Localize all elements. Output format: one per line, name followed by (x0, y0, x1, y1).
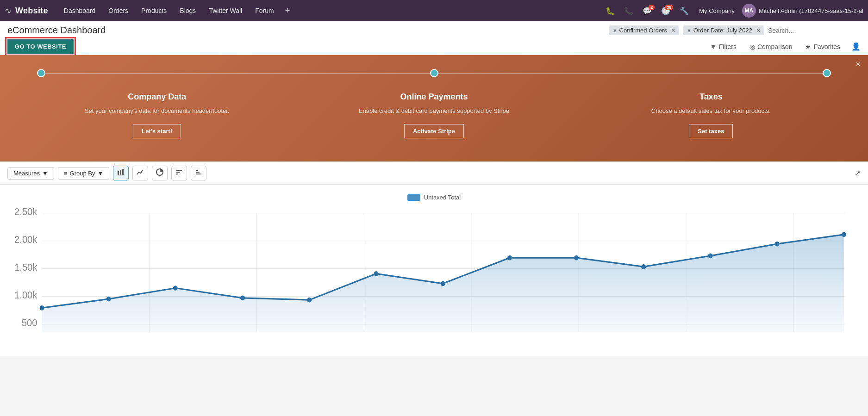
measures-chevron: ▼ (42, 170, 48, 177)
activate-stripe-button[interactable]: Activate Stripe (404, 124, 464, 138)
banner-col-taxes: Taxes Choose a default sales tax for you… (573, 92, 849, 138)
data-point-10 (708, 254, 712, 259)
data-point-12 (842, 232, 846, 237)
avatar: MA (742, 4, 756, 18)
confirmed-orders-filter[interactable]: ▼ Confirmed Orders ✕ (609, 25, 679, 35)
taxes-desc: Choose a default sales tax for your prod… (582, 106, 840, 116)
header-row1: eCommerce Dashboard ▼ Confirmed Orders ✕… (7, 25, 861, 37)
chart-area: Untaxed Total 2.50k 2.00k 1.50k 1.00k 50… (0, 185, 868, 356)
confirmed-orders-label: Confirmed Orders (619, 27, 667, 34)
progress-line-1 (45, 73, 430, 74)
comparison-dropdown[interactable]: ◎ Comparison (748, 40, 794, 53)
line-chart-svg: 2.50k 2.00k 1.50k 1.00k 500 (14, 208, 854, 347)
data-point-2 (173, 286, 178, 291)
topnav-right-icons: 🐛 📞 💬 2 🕐 38 🔧 My Company MA Mitchell Ad… (603, 4, 863, 18)
onboarding-banner: × Company Data Set your company's data f… (0, 55, 868, 161)
filter-icon: ▼ (612, 28, 618, 33)
bar-chart-button[interactable] (113, 166, 129, 180)
favorites-dropdown[interactable]: ★ Favorites (803, 40, 842, 53)
chat-icon[interactable]: 💬 2 (640, 6, 655, 15)
svg-rect-2 (122, 169, 124, 175)
comparison-icon: ◎ (749, 43, 755, 50)
lets-start-button[interactable]: Let's start! (133, 124, 181, 138)
online-payments-title: Online Payments (305, 92, 563, 102)
date-filter-icon: ▼ (687, 28, 692, 33)
fullscreen-button[interactable]: ⤢ (855, 169, 861, 178)
data-point-0 (39, 305, 44, 310)
top-navigation: ∿ Website Dashboard Orders Products Blog… (0, 0, 868, 21)
nav-products[interactable]: Products (135, 0, 173, 21)
taxes-title: Taxes (582, 92, 840, 102)
legend-color-swatch (407, 194, 420, 201)
descending-sort-button[interactable] (191, 166, 206, 180)
data-point-4 (307, 298, 312, 303)
measures-button[interactable]: Measures ▼ (7, 167, 54, 180)
chat-badge: 2 (649, 5, 655, 10)
chart-legend: Untaxed Total (14, 194, 854, 201)
filter-funnel-icon: ▼ (710, 43, 717, 50)
data-point-8 (574, 255, 579, 261)
nav-forum[interactable]: Forum (249, 0, 280, 21)
nav-orders[interactable]: Orders (102, 0, 135, 21)
nav-dashboard[interactable]: Dashboard (57, 0, 102, 21)
svg-text:1.00k: 1.00k (14, 289, 37, 300)
clock-icon[interactable]: 🕐 38 (658, 6, 673, 15)
view-switch-icon[interactable]: 👤 (851, 42, 861, 51)
search-input[interactable] (768, 27, 861, 34)
line-chart-button[interactable] (132, 166, 148, 180)
remove-confirmed-filter[interactable]: ✕ (671, 27, 675, 34)
data-point-11 (775, 242, 780, 247)
banner-close-button[interactable]: × (856, 60, 861, 69)
set-taxes-button[interactable]: Set taxes (689, 124, 733, 138)
go-to-website-button[interactable]: GO TO WEBSITE (7, 39, 74, 54)
wrench-icon[interactable]: 🔧 (677, 6, 692, 15)
measures-label: Measures (13, 170, 40, 177)
svg-text:2.00k: 2.00k (14, 234, 37, 245)
chart-container: 2.50k 2.00k 1.50k 1.00k 500 (14, 208, 854, 347)
user-menu[interactable]: MA Mitchell Admin (17824475-saas-15-2-al (742, 4, 863, 18)
nav-blogs[interactable]: Blogs (173, 0, 202, 21)
remove-date-filter[interactable]: ✕ (756, 27, 761, 34)
page-header: eCommerce Dashboard ▼ Confirmed Orders ✕… (0, 21, 868, 55)
company-data-desc: Set your company's data for documents he… (28, 106, 286, 116)
svg-rect-0 (118, 171, 119, 175)
data-point-6 (441, 281, 445, 286)
data-point-1 (106, 297, 111, 302)
header-row2: GO TO WEBSITE ▼ Filters ◎ Comparison ★ F… (7, 37, 861, 55)
nav-twitter-wall[interactable]: Twitter Wall (202, 0, 249, 21)
ascending-sort-button[interactable] (171, 166, 187, 180)
company-data-title: Company Data (28, 92, 286, 102)
brand-name[interactable]: Website (15, 6, 48, 16)
banner-col-company: Company Data Set your company's data for… (19, 92, 295, 138)
date-filter[interactable]: ▼ Order Date: July 2022 ✕ (683, 25, 764, 35)
pie-chart-button[interactable] (152, 166, 168, 180)
filters-dropdown[interactable]: ▼ Filters (708, 40, 738, 53)
nav-menu: Dashboard Orders Products Blogs Twitter … (57, 0, 281, 21)
grid-icon[interactable]: ∿ (5, 6, 12, 16)
group-by-lines-icon: ≡ (64, 170, 68, 177)
company-name[interactable]: My Company (695, 7, 738, 14)
chart-toolbar: Measures ▼ ≡ Group By ▼ ⤢ (0, 161, 868, 185)
svg-text:2.50k: 2.50k (14, 208, 37, 217)
online-payments-desc: Enable credit & debit card payments supp… (305, 106, 563, 116)
data-point-9 (641, 264, 646, 269)
progress-line-2 (438, 73, 823, 74)
data-point-7 (507, 255, 512, 261)
user-name: Mitchell Admin (17824475-saas-15-2-al (759, 7, 863, 14)
add-menu-icon[interactable]: + (281, 6, 295, 16)
clock-badge: 38 (665, 5, 673, 10)
subfilter-bar: ▼ Filters ◎ Comparison ★ Favorites 👤 (708, 40, 861, 53)
bug-icon[interactable]: 🐛 (603, 6, 618, 15)
progress-dot-3 (823, 69, 831, 77)
star-icon: ★ (805, 43, 811, 50)
banner-col-payments: Online Payments Enable credit & debit ca… (295, 92, 572, 138)
svg-text:1.50k: 1.50k (14, 261, 37, 273)
svg-text:500: 500 (22, 317, 37, 328)
favorites-label: Favorites (813, 43, 840, 50)
group-by-button[interactable]: ≡ Group By ▼ (58, 167, 109, 180)
progress-dot-2 (430, 69, 438, 77)
group-by-label: Group By (70, 170, 95, 177)
phone-icon[interactable]: 📞 (621, 6, 636, 15)
page-title: eCommerce Dashboard (7, 25, 106, 36)
progress-dot-1 (37, 69, 45, 77)
